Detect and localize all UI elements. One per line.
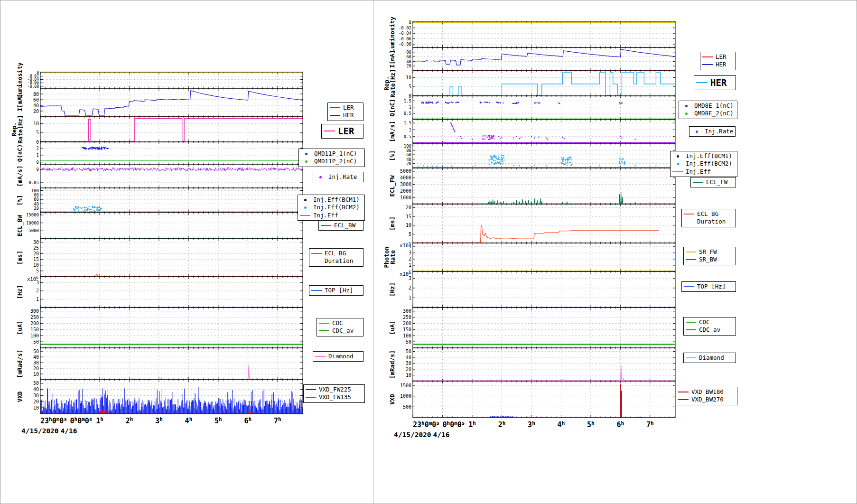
legend-label: Inj.Eff(BCM2) [686,160,732,168]
x-tick-label: 23h0m0s [40,416,67,425]
legend-label: Inj.Eff(BCM1) [313,196,360,204]
her-panel-current-legend: LERHER [700,52,736,70]
y-tick-label: 50 [33,339,39,345]
y-tick-label: 200 [30,321,39,326]
subplot-[%]: 20406080100[%] [389,143,675,168]
legend-entry: Inj.Eff(BCM1) [300,196,363,204]
legend-label: Inj.Eff [686,168,711,176]
y-axis-title: Q(nC) [16,144,23,162]
y-tick-label: 30 [33,240,39,245]
y-tick-label: 4000 [400,175,411,180]
x-tick-label: 3h [155,416,163,425]
y-tick-label: 5000 [400,168,411,174]
y-tick-label: 1 [37,153,39,158]
y-tick-label: 1.5 [404,99,411,103]
ler-panel-inj-rate-legend: Inj.Rate [313,172,363,182]
legend-label: VXD_FW225 [319,386,351,393]
legend-entry: Diamond [686,354,734,362]
legend-label: Duration [325,257,353,265]
legend-line-marker [702,56,713,57]
legend-label: LER [716,53,727,61]
y-tick-label: 15 [406,214,411,219]
legend-entry: HER [696,77,734,89]
y-tick-label: 50 [406,349,411,354]
subplot-vxd: 50010001500VXD [389,381,675,418]
y-tick-label: 200 [403,321,411,326]
legend-entry: TOP [Hz] [684,283,734,290]
ler-panel-ecl-bg-legend: ECL BGDuration [309,248,363,267]
legend-entry: VXD_BW180 [678,388,735,396]
y-tick-label: 1 [409,105,411,110]
y-tick-label: 100 [403,333,411,338]
y-axis-title: Rep.Rate[Hz] [383,69,396,97]
legend-line-marker [686,322,696,323]
legend-label: VXD_FW135 [319,393,351,401]
y-tick-label: 80 [33,92,39,97]
y-tick-label: 60 [406,152,411,157]
y-tick-label: 20 [406,367,411,372]
her-panel-vxd-legend: VXD_BW180VXD_BW270 [676,387,737,405]
legend-dot-marker [696,131,698,133]
legend-label: Diamond [328,353,354,360]
legend-entry: Duration [684,218,734,225]
y-tick-label: 15 [33,257,39,262]
x-tick-label: 7h [274,416,281,425]
subplot-q(nc): 210Q(nC) [16,142,303,165]
her-panel-top-legend: TOP [Hz] [681,281,736,292]
y-axis-title: [Hz] [389,282,396,297]
legend-line-marker [686,329,696,330]
y-tick-label: 5 [409,232,411,237]
y-tick-label: 3 [36,280,39,285]
y-tick-label: 50 [406,339,411,345]
y-tick-label: 3000 [400,182,411,187]
y-tick-label: 10 [33,372,39,377]
date-label: 4/15/2020 [21,427,59,435]
ler-panel-diamond-legend: Diamond [313,351,363,362]
legend-line-marker [306,397,316,398]
y-tick-label: -0.08 [28,84,39,89]
legend-line-marker [672,171,683,172]
y-axis-title: [mA/s] [16,165,23,187]
legend-entry: Inj.Eff [672,168,735,176]
y-axis-title: Luminosity [16,62,23,98]
y-tick-label: 20 [33,399,39,404]
legend-entry: Inj.Eff(BCM1) [672,152,735,160]
legend-dot-marker [304,206,307,209]
x-tick-label: 0h0m0s [70,416,92,425]
y-tick-label: 10 [406,75,411,80]
y-tick-label: 5 [36,130,39,135]
ler-panel-current-legend: LERHER [327,103,363,121]
legend-line-marker [306,389,316,390]
y-tick-label: 100 [31,188,39,193]
legend-label: TOP [Hz] [697,283,726,290]
ler-panel-inj-eff-legend: Inj.Eff(BCM1)Inj.Eff(BCM2)Inj.Eff [298,195,365,221]
y-axis-title: Rep.Rate[Hz] [10,115,24,143]
x-tick-label: 6h [244,416,252,425]
x-tick-label: 2h [498,420,506,429]
x-tick-label: 23h0m0s [413,420,439,429]
her-panel-inj-eff-legend: Inj.Eff(BCM1)Inj.Eff(BCM2)Inj.Eff [670,151,737,177]
y-tick-label: 10 [406,373,411,378]
legend-entry: CDC [319,319,361,327]
y-tick-label: 10 [33,262,39,268]
y-tick-label: 10 [33,405,39,411]
y-tick-label: 30 [406,361,411,366]
legend-dot-marker [685,105,688,107]
legend-entry: QMD11P_2(nC) [301,158,363,165]
subplot-[ms]: 5101520[ms] [389,204,675,243]
ler-panel-top-legend: TOP [Hz] [309,285,363,296]
y-tick-label: 1 [409,262,411,268]
legend-line-marker [319,330,329,331]
legend-label: HER [716,61,727,68]
legend-entry: ECL_FW [693,178,734,186]
y-tick-label: 80 [406,148,411,153]
legend-line-marker [311,290,322,291]
y-tick-label: 500 [403,404,411,410]
y-tick-label: 60 [33,97,39,103]
y-tick-label: 30 [33,360,39,365]
legend-line-marker [686,259,696,260]
legend-line-marker [686,252,696,252]
y-tick-label: 40 [33,355,39,360]
y-axis-title: Luminosity [389,16,396,52]
legend-entry: QMD8E_1(nC) [681,102,735,110]
